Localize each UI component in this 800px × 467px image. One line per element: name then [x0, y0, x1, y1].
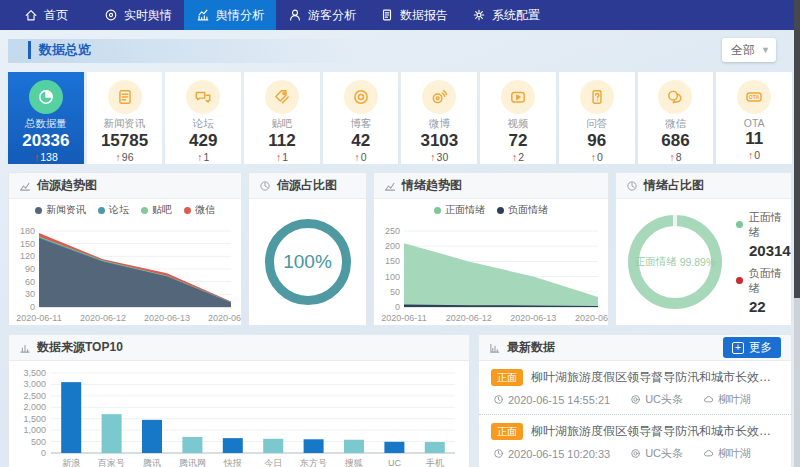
source-icon [630, 448, 641, 459]
report-icon [380, 8, 394, 22]
stat-card-总数据量[interactable]: 总数据量 20336 ↑138 [8, 72, 84, 164]
sentiment-badge: 正面 [491, 423, 523, 440]
panel-latest-data: 最新数据 + 更多 正面 柳叶湖旅游度假区领导督导防汛和城市长效管理工作 202… [478, 334, 792, 467]
stat-card-问答[interactable]: 问答 96 ↑0 [559, 72, 635, 164]
svg-text:2020-06-11: 2020-06-11 [16, 313, 61, 323]
weibo-icon [430, 88, 448, 106]
top10-bar-chart: 05001,0001,5002,0002,5003,0003,500新浪微博百家… [9, 361, 469, 467]
svg-text:2020-06-13: 2020-06-13 [144, 313, 190, 323]
scope-filter-dropdown[interactable]: 全部 ▼ [722, 38, 776, 62]
nav-tab-数据报告[interactable]: 数据报告 [368, 0, 460, 30]
legend-item[interactable]: 负面情绪 [497, 203, 548, 217]
nav-tab-系统配置[interactable]: 系统配置 [460, 0, 552, 30]
analysis-icon [196, 8, 210, 22]
panel-sentiment-share: 情绪占比图 正面情绪 99.89% 正面情绪 20314 负 [615, 172, 792, 326]
list-chart-icon [489, 342, 501, 354]
stat-card-视频[interactable]: 视频 72 ↑2 [480, 72, 556, 164]
news-site: 柳叶湖 [703, 446, 751, 461]
panel-title: 信源趋势图 [37, 177, 97, 194]
nav-tab-首页[interactable]: 首页 [0, 0, 92, 30]
nav-tab-实时舆情[interactable]: 实时舆情 [92, 0, 184, 30]
page-title: 数据总览 [28, 41, 91, 59]
legend: 新闻资讯论坛贴吧微信 [9, 203, 241, 217]
legend-item[interactable]: 微信 [184, 203, 215, 217]
stat-card-微信[interactable]: 微信 686 ↑8 [638, 72, 714, 164]
svg-text:180: 180 [20, 226, 35, 236]
scope-filter-value: 全部 [731, 42, 755, 59]
list-item[interactable]: 正面 柳叶湖旅游度假区领导督导防汛和城市长效管理工作 2020-06-15 10… [479, 415, 791, 467]
site-icon [703, 394, 714, 405]
up-arrow-icon: ↑ [748, 149, 753, 161]
svg-text:2020-06-11: 2020-06-11 [381, 313, 426, 323]
svg-text:2020-06-14: 2020-06-14 [208, 313, 241, 323]
qa-icon [588, 88, 606, 106]
nav-tab-游客分析[interactable]: 游客分析 [276, 0, 368, 30]
svg-text:90: 90 [25, 264, 35, 274]
svg-text:百家号: 百家号 [97, 458, 125, 467]
wechat-icon [666, 88, 684, 106]
sentiment-trend-chart: 0501001502002502020-06-112020-06-122020-… [374, 199, 608, 325]
panel-sentiment-trend: 情绪趋势图 正面情绪负面情绪 0501001502002502020-06-11… [373, 172, 609, 326]
chevron-down-icon: ▼ [761, 45, 770, 55]
donut-center-label: 100% [283, 251, 332, 273]
svg-text:0: 0 [395, 302, 400, 312]
svg-text:30: 30 [25, 289, 35, 299]
svg-text:1,500: 1,500 [23, 414, 46, 424]
news-icon [116, 88, 134, 106]
pie-icon [37, 88, 55, 106]
up-arrow-icon: ↑ [355, 151, 360, 163]
clock-icon [493, 394, 504, 405]
sentiment-badge: 正面 [491, 369, 523, 386]
stat-card-新闻资讯[interactable]: 新闻资讯 15785 ↑96 [87, 72, 163, 164]
stat-card-贴吧[interactable]: 贴吧 112 ↑1 [244, 72, 320, 164]
up-arrow-icon: ↑ [276, 151, 281, 163]
svg-text:250: 250 [385, 226, 400, 236]
news-title: 柳叶湖旅游度假区领导督导防汛和城市长效管理工作 [531, 423, 779, 440]
svg-text:100: 100 [385, 272, 400, 282]
clock-icon [493, 448, 504, 459]
list-item[interactable]: 正面 柳叶湖旅游度假区领导督导防汛和城市长效管理工作 2020-06-15 14… [479, 361, 791, 415]
svg-text:2,500: 2,500 [23, 391, 46, 401]
source-share-donut: 100% [265, 219, 351, 305]
stats-row: 总数据量 20336 ↑138 新闻资讯 15785 ↑96 论坛 429 ↑1… [8, 72, 792, 164]
legend-item[interactable]: 贴吧 [141, 203, 172, 217]
up-arrow-icon: ↑ [669, 151, 674, 163]
legend-item-positive[interactable]: 正面情绪 20314 [736, 210, 791, 259]
pie-chart-icon [626, 180, 638, 192]
panel-top10-sources: 数据来源TOP10 05001,0001,5002,0002,5003,0003… [8, 334, 470, 467]
up-arrow-icon: ↑ [430, 151, 435, 163]
latest-data-list: 正面 柳叶湖旅游度假区领导督导防汛和城市长效管理工作 2020-06-15 14… [479, 361, 791, 467]
nav-tab-舆情分析[interactable]: 舆情分析 [184, 0, 276, 30]
svg-text:60: 60 [25, 277, 35, 287]
bar-chart-icon [19, 342, 31, 354]
home-icon [24, 8, 38, 22]
stat-card-博客[interactable]: 博客 42 ↑0 [323, 72, 399, 164]
legend-item-negative[interactable]: 负面情绪 22 [736, 266, 791, 315]
scrollbar-thumb[interactable] [794, 0, 800, 298]
ota-icon: OTA [745, 88, 763, 106]
trend-chart-icon [19, 180, 31, 192]
stat-card-OTA[interactable]: OTA OTA 11 ↑0 [716, 72, 792, 164]
visitor-icon [288, 8, 302, 22]
legend-item[interactable]: 论坛 [98, 203, 129, 217]
svg-text:150: 150 [385, 256, 400, 266]
legend-item[interactable]: 新闻资讯 [35, 203, 86, 217]
panel-title: 数据来源TOP10 [37, 339, 123, 356]
up-arrow-icon: ↑ [34, 151, 39, 163]
svg-text:腾讯网: 腾讯网 [179, 458, 206, 467]
panel-title: 情绪占比图 [644, 177, 704, 194]
panel-title: 信源占比图 [277, 177, 337, 194]
legend: 正面情绪负面情绪 [374, 203, 608, 217]
svg-text:OTA: OTA [749, 94, 760, 100]
up-arrow-icon: ↑ [591, 151, 596, 163]
more-button[interactable]: + 更多 [723, 337, 781, 358]
news-time: 2020-06-15 14:55:21 [493, 392, 610, 407]
sentiment-share-donut: 正面情绪 99.89% [628, 215, 722, 309]
stat-card-论坛[interactable]: 论坛 429 ↑1 [165, 72, 241, 164]
page-scrollbar[interactable] [794, 0, 800, 467]
negative-count: 22 [749, 298, 791, 315]
legend-item[interactable]: 正面情绪 [434, 203, 485, 217]
up-arrow-icon: ↑ [512, 151, 517, 163]
stat-card-微博[interactable]: 微博 3103 ↑30 [401, 72, 477, 164]
tag-icon [273, 88, 291, 106]
